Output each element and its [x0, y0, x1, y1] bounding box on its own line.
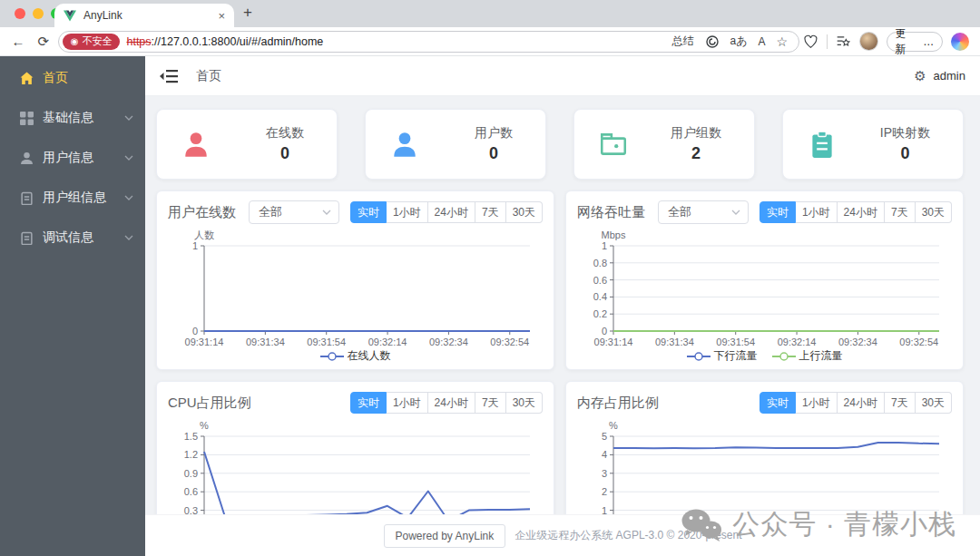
toolbar-separator	[827, 34, 828, 49]
line-chart-network-throughput: Mbps00.20.40.60.8109:31:1409:31:3409:31:…	[577, 228, 952, 364]
back-icon[interactable]: ←	[7, 34, 29, 49]
username[interactable]: admin	[934, 69, 965, 83]
minimize-window-button[interactable]	[33, 8, 44, 19]
sidebar-item-home[interactable]: 首页	[0, 58, 145, 98]
time-button-1h[interactable]: 1小时	[796, 392, 838, 414]
time-button-1h[interactable]: 1小时	[796, 201, 838, 223]
legend-item[interactable]: 上行流量	[772, 348, 843, 364]
svg-text:09:31:34: 09:31:34	[246, 337, 285, 347]
stat-value: 2	[671, 144, 721, 163]
svg-text:0.8: 0.8	[593, 258, 607, 268]
chevron-down-icon	[322, 210, 331, 215]
time-button-30d[interactable]: 30天	[916, 392, 952, 414]
filter-select-value: 全部	[668, 204, 691, 220]
time-button-7d[interactable]: 7天	[885, 392, 916, 414]
time-range-group: 实时 1小时 24小时 7天 30天	[350, 392, 543, 414]
copilot-icon[interactable]	[951, 33, 969, 51]
copilot-lens-icon[interactable]	[705, 34, 720, 49]
chart-title: CPU占用比例	[168, 395, 251, 412]
stat-cards-row: 在线数 0 用户数 0	[145, 96, 980, 180]
time-button-24h[interactable]: 24小时	[838, 201, 885, 223]
time-button-30d[interactable]: 30天	[916, 201, 952, 223]
svg-text:09:31:54: 09:31:54	[307, 337, 346, 347]
sidebar-item-user-info[interactable]: 用户信息	[0, 138, 145, 178]
favorites-hub-icon[interactable]	[836, 34, 851, 49]
address-bar-actions: 总结 aあ A ☆	[672, 34, 789, 49]
svg-text:09:32:34: 09:32:34	[429, 337, 468, 347]
tab-close-icon[interactable]: ×	[218, 9, 225, 23]
translate-icon[interactable]: aあ	[730, 34, 748, 49]
svg-text:09:31:34: 09:31:34	[655, 337, 694, 347]
powered-by-link[interactable]: Powered by AnyLink	[384, 524, 506, 548]
url-text[interactable]: https://127.0.0.1:8800/ui/#/admin/home	[126, 35, 665, 48]
close-window-button[interactable]	[15, 8, 25, 19]
browser-essentials-icon[interactable]	[803, 34, 818, 49]
time-button-realtime[interactable]: 实时	[350, 201, 387, 223]
watermark: 公众号 · 青檬小栈	[680, 506, 956, 543]
svg-text:09:32:14: 09:32:14	[778, 337, 817, 347]
chart-title: 内存占用比例	[577, 395, 659, 412]
gear-icon[interactable]: ⚙	[914, 68, 926, 84]
svg-text:4: 4	[602, 449, 607, 460]
chevron-down-icon	[731, 210, 740, 215]
stat-label: 在线数	[266, 125, 304, 141]
tab-title: AnyLink	[83, 9, 218, 22]
time-button-24h[interactable]: 24小时	[838, 392, 885, 414]
chart-legend[interactable]: 在线人数	[168, 348, 543, 364]
time-range-group: 实时 1小时 24小时 7天 30天	[760, 392, 952, 414]
browser-tab[interactable]: AnyLink ×	[54, 4, 234, 27]
chevron-down-icon	[124, 155, 133, 161]
time-button-30d[interactable]: 30天	[506, 201, 543, 223]
stat-label: 用户组数	[671, 125, 721, 141]
legend-item[interactable]: 下行流量	[687, 348, 758, 364]
more-menu-icon[interactable]: …	[923, 35, 934, 48]
favorite-star-icon[interactable]: ☆	[777, 34, 789, 49]
sidebar-item-debug-info[interactable]: 调试信息	[0, 218, 145, 258]
main-area: 首页 ⚙ admin 在线数 0	[145, 56, 980, 556]
svg-text:1.2: 1.2	[184, 449, 198, 460]
time-button-30d[interactable]: 30天	[506, 392, 543, 414]
summarize-button[interactable]: 总结	[672, 34, 694, 49]
insecure-warning-icon: ◉	[71, 36, 79, 46]
address-bar[interactable]: ◉ 不安全 https://127.0.0.1:8800/ui/#/admin/…	[58, 31, 799, 53]
time-button-24h[interactable]: 24小时	[428, 201, 475, 223]
browser-window: AnyLink × + ← ⟳ ◉ 不安全 https://127.0.0.1:…	[0, 0, 980, 556]
url-scheme: https	[126, 35, 151, 48]
sidebar-item-basic-info[interactable]: 基础信息	[0, 98, 145, 138]
time-button-1h[interactable]: 1小时	[387, 201, 428, 223]
time-button-realtime[interactable]: 实时	[760, 392, 796, 414]
filter-select[interactable]: 全部	[249, 200, 339, 224]
svg-text:09:31:14: 09:31:14	[594, 337, 633, 347]
profile-avatar[interactable]	[859, 32, 878, 51]
sidebar-item-label: 调试信息	[43, 229, 93, 246]
svg-text:1.5: 1.5	[184, 431, 198, 442]
svg-text:0.4: 0.4	[593, 291, 607, 302]
chart-legend[interactable]: 下行流量上行流量	[577, 348, 952, 364]
sidebar-item-label: 基础信息	[43, 110, 93, 126]
read-aloud-icon[interactable]: A	[758, 35, 765, 48]
chart-card-network-throughput: 网络吞吐量 全部 实时 1小时 24小时 7天 30天	[565, 190, 964, 370]
time-button-24h[interactable]: 24小时	[428, 392, 475, 414]
time-button-realtime[interactable]: 实时	[350, 392, 387, 414]
time-button-realtime[interactable]: 实时	[760, 201, 796, 223]
svg-text:09:32:14: 09:32:14	[368, 337, 407, 347]
chart-card-online-users: 用户在线数 全部 实时 1小时 24小时 7天 30天	[156, 190, 554, 370]
sidebar-item-user-group-info[interactable]: 用户组信息	[0, 178, 145, 218]
stat-card-online: 在线数 0	[156, 109, 338, 180]
svg-text:1: 1	[192, 240, 198, 251]
svg-text:Mbps: Mbps	[602, 229, 626, 240]
legend-item[interactable]: 在线人数	[320, 348, 391, 364]
stat-value: 0	[266, 144, 304, 163]
refresh-icon[interactable]: ⟳	[33, 34, 54, 50]
time-button-1h[interactable]: 1小时	[387, 392, 428, 414]
time-button-7d[interactable]: 7天	[475, 392, 506, 414]
new-tab-button[interactable]: +	[243, 4, 252, 22]
collapse-sidebar-icon[interactable]	[160, 69, 178, 83]
filter-select[interactable]: 全部	[658, 200, 749, 224]
security-badge[interactable]: ◉ 不安全	[63, 34, 121, 50]
time-button-7d[interactable]: 7天	[475, 201, 506, 223]
update-button[interactable]: 更新	[896, 26, 917, 57]
time-button-7d[interactable]: 7天	[885, 201, 916, 223]
url-rest: ://127.0.0.1:8800/ui/#/admin/home	[152, 35, 324, 48]
svg-text:09:32:54: 09:32:54	[490, 337, 529, 347]
